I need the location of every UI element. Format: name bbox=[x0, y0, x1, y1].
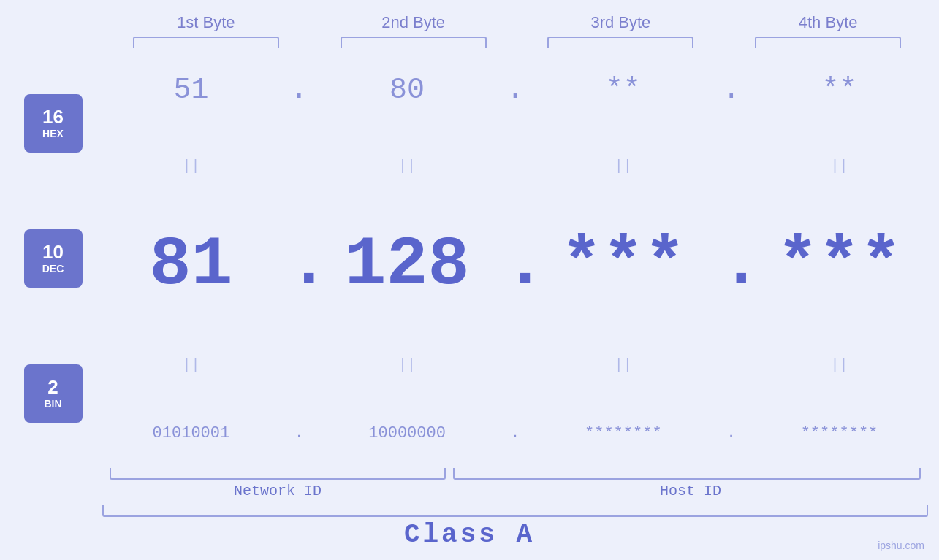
bracket-host-id bbox=[453, 468, 921, 480]
bin-b1: 01010001 bbox=[110, 424, 271, 442]
byte1-header: 1st Byte bbox=[122, 13, 290, 32]
eq-row-1: || || || || bbox=[102, 158, 928, 174]
hex-dot2: . bbox=[504, 74, 526, 107]
dec-b4: *** bbox=[759, 231, 919, 300]
hex-row: 51 . 80 . ** . ** bbox=[102, 74, 928, 107]
bin-dot3: . bbox=[721, 424, 742, 442]
bin-dot1: . bbox=[288, 424, 310, 442]
bin-b2: 10000000 bbox=[327, 424, 487, 442]
bin-b3: ******** bbox=[543, 424, 704, 442]
hex-badge: 16 HEX bbox=[24, 94, 83, 153]
bracket-byte2 bbox=[341, 37, 487, 48]
byte4-header: 4th Byte bbox=[744, 13, 912, 32]
dec-dot1: . bbox=[288, 226, 310, 304]
dec-b1: 81 bbox=[110, 231, 271, 300]
bin-b4: ******** bbox=[759, 424, 919, 442]
dec-badge: 10 DEC bbox=[24, 229, 83, 288]
bin-badge: 2 BIN bbox=[24, 364, 83, 423]
dec-dot2: . bbox=[504, 226, 526, 304]
bracket-network-id bbox=[110, 468, 446, 480]
dec-row: 81 . 128 . *** . *** bbox=[102, 226, 928, 304]
byte2-header: 2nd Byte bbox=[330, 13, 498, 32]
host-id-label: Host ID bbox=[453, 483, 928, 499]
hex-b4: ** bbox=[759, 74, 919, 107]
dec-b2: 128 bbox=[327, 231, 487, 300]
network-id-label: Network ID bbox=[110, 483, 446, 499]
hex-dot1: . bbox=[288, 74, 310, 107]
dec-dot3: . bbox=[721, 226, 742, 304]
dec-b3: *** bbox=[543, 231, 704, 300]
bracket-byte1 bbox=[133, 37, 279, 48]
class-label: Class A bbox=[0, 520, 939, 550]
hex-b1: 51 bbox=[110, 74, 271, 107]
footer-logo: ipshu.com bbox=[878, 540, 924, 551]
bracket-byte3 bbox=[547, 37, 693, 48]
bracket-class bbox=[102, 505, 928, 517]
hex-b2: 80 bbox=[327, 74, 487, 107]
bracket-byte4 bbox=[755, 37, 901, 48]
hex-b3: ** bbox=[543, 74, 704, 107]
bin-dot2: . bbox=[504, 424, 526, 442]
bin-row: 01010001 . 10000000 . ******** . *******… bbox=[102, 424, 928, 442]
byte3-header: 3rd Byte bbox=[536, 13, 704, 32]
hex-dot3: . bbox=[721, 74, 742, 107]
main-layout: 1st Byte 2nd Byte 3rd Byte 4th Byte 16 H… bbox=[0, 0, 939, 560]
eq-row-2: || || || || bbox=[102, 356, 928, 373]
